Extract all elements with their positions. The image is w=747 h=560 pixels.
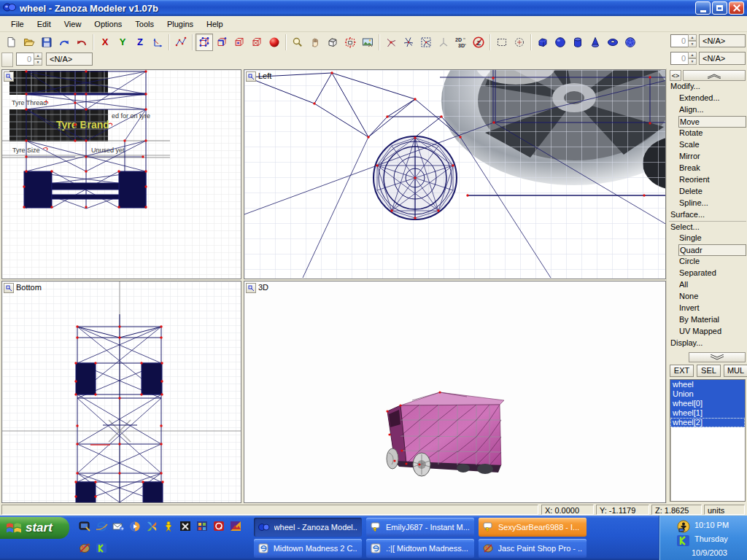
taskbar-button-aim-emily[interactable]: EmilyJ687 - Instant M... <box>366 518 474 537</box>
viewport-3d[interactable]: 3D <box>244 281 666 503</box>
primitive-torus-button[interactable] <box>604 34 622 51</box>
select-circle-button[interactable] <box>511 34 528 51</box>
viewport-menu-button[interactable] <box>246 283 256 293</box>
select-rectangle-button[interactable] <box>493 34 511 51</box>
vertex-weld-button[interactable] <box>382 34 400 51</box>
primitive-cylinder-button[interactable] <box>569 34 587 51</box>
vertex-rays-button[interactable] <box>400 34 417 51</box>
spin-arrows[interactable]: ▲▼ <box>688 52 697 65</box>
sidebar-item-scale[interactable]: Scale <box>669 139 746 151</box>
select-object-button[interactable] <box>341 34 359 51</box>
open-button[interactable] <box>20 34 38 51</box>
z-lock-button[interactable]: Z <box>470 34 487 51</box>
minimize-button[interactable] <box>695 1 711 15</box>
collapse-up-button[interactable] <box>683 70 746 81</box>
sidebar-item-single[interactable]: Single <box>669 233 746 244</box>
edit-objects-button[interactable] <box>248 34 266 51</box>
menu-file[interactable]: File <box>4 18 31 31</box>
2d-3d-toggle-button[interactable]: 2D3D <box>452 34 470 51</box>
taskbar-button-paintshoppro[interactable]: Jasc Paint Shop Pro - ... <box>479 539 587 558</box>
sidebar-item-rotate[interactable]: Rotate <box>669 128 746 139</box>
perspective-view-button[interactable] <box>324 34 341 51</box>
menu-help[interactable]: Help <box>200 18 230 31</box>
windows-media-player-icon[interactable] <box>128 519 142 534</box>
background-image-button[interactable] <box>359 34 376 51</box>
primitive-cone-button[interactable] <box>587 34 604 51</box>
sidebar-item-invert[interactable]: Invert <box>669 303 746 314</box>
toolbar-grip[interactable] <box>1 52 13 67</box>
mul-button[interactable]: MUL <box>724 365 747 377</box>
new-button[interactable] <box>3 34 20 51</box>
axis-z-button[interactable]: Z <box>131 34 149 51</box>
taskbar-button-midtown2[interactable]: Midtown Madness 2 C... <box>254 539 362 558</box>
sidebar-item-mirror[interactable]: Mirror <box>669 151 746 163</box>
sidebar-item-quadr[interactable]: Quadr <box>678 244 746 256</box>
sidebar-item-display[interactable]: Display... <box>669 338 746 349</box>
show-desktop-icon[interactable] <box>77 519 92 534</box>
primitive-geosphere-button[interactable] <box>622 34 639 51</box>
redo-button[interactable] <box>55 34 73 51</box>
start-button[interactable]: start <box>0 517 69 539</box>
sidebar-item-all[interactable]: All <box>669 279 746 291</box>
close-button[interactable] <box>729 1 744 15</box>
taskbar-button-aim-sexysarbear[interactable]: SexySarBear6988 - I... <box>479 518 587 537</box>
sidebar-item-align[interactable]: Align... <box>669 104 746 116</box>
menu-tools[interactable]: Tools <box>128 18 160 31</box>
sidebar-item-spline[interactable]: Spline... <box>669 198 746 209</box>
tray-aim-icon[interactable] <box>677 520 690 534</box>
sidebar-item-separated[interactable]: Separated <box>669 268 746 279</box>
spin-arrows[interactable]: ▲▼ <box>688 34 697 47</box>
sel-button[interactable]: SEL <box>697 365 721 377</box>
vertex-detach-button[interactable] <box>417 34 435 51</box>
panel-toggle-button[interactable]: <> <box>670 70 681 81</box>
collapse-down-button[interactable] <box>689 352 746 362</box>
menu-view[interactable]: View <box>58 18 88 31</box>
msn-messenger-icon[interactable] <box>144 519 159 534</box>
viewport-menu-button[interactable] <box>246 71 256 82</box>
object-list[interactable]: wheel Union wheel[0] wheel[1] wheel[2] <box>670 379 746 502</box>
game-shortcut-icon[interactable] <box>228 519 243 534</box>
object-list-item[interactable]: wheel[2] <box>670 418 745 427</box>
create-spline-button[interactable] <box>172 34 190 51</box>
sidebar-item-select[interactable]: Select... <box>669 221 746 233</box>
sidebar-item-delete[interactable]: Delete <box>669 186 746 198</box>
undo-button[interactable] <box>73 34 90 51</box>
sidebar-item-circle[interactable]: Circle <box>669 256 746 268</box>
sidebar-item-reorient[interactable]: Reorient <box>669 174 746 186</box>
object-list-item[interactable]: wheel[1] <box>670 408 745 418</box>
object-list-item[interactable]: Union <box>670 389 745 399</box>
edit-edges-button[interactable] <box>213 34 231 51</box>
object-list-item[interactable]: wheel[0] <box>670 399 745 408</box>
sidebar-item-uv-mapped[interactable]: UV Mapped <box>669 326 746 338</box>
menu-plugins[interactable]: Plugins <box>160 18 200 31</box>
directx-icon[interactable] <box>178 519 193 534</box>
save-button[interactable] <box>38 34 55 51</box>
paint-shop-pro-icon[interactable] <box>77 541 92 556</box>
spin-value-right-bottom[interactable]: 0 <box>670 52 688 65</box>
axis-tripod-button[interactable] <box>435 34 452 51</box>
sidebar-item-move[interactable]: Move <box>678 116 746 128</box>
menu-options[interactable]: Options <box>88 18 128 31</box>
viewport-bottom[interactable]: Bottom <box>1 281 241 503</box>
taskbar-button-midtown[interactable]: .:|[ Midtown Madness... <box>366 539 474 558</box>
object-list-item[interactable]: wheel <box>670 380 745 389</box>
taskbar-button-zmodeler[interactable]: wheel - Zanoza Model... <box>254 518 362 537</box>
axis-x-button[interactable]: X <box>96 34 114 51</box>
primitive-cube-button[interactable] <box>534 34 551 51</box>
zoom-button[interactable] <box>289 34 306 51</box>
kazaa-icon[interactable] <box>94 541 109 556</box>
program-grid-icon[interactable] <box>195 519 209 534</box>
sidebar-item-by-material[interactable]: By Material <box>669 314 746 326</box>
outlook-express-icon[interactable] <box>111 519 125 534</box>
viewport-menu-button[interactable] <box>4 283 14 293</box>
icq-icon[interactable] <box>212 519 226 534</box>
spin-arrows[interactable]: ▲▼ <box>34 52 42 66</box>
aim-icon[interactable] <box>161 519 176 534</box>
titlebar[interactable]: wheel - Zanoza Modeler v1.07b <box>0 0 747 16</box>
sidebar-item-none[interactable]: None <box>669 291 746 303</box>
axis-custom-button[interactable] <box>149 34 166 51</box>
pan-button[interactable] <box>306 34 324 51</box>
material-dropdown-right-bottom[interactable]: <N/A> <box>699 52 746 65</box>
tray-kazaa-icon[interactable] <box>677 535 690 548</box>
material-dropdown-right-top[interactable]: <N/A> <box>699 34 746 47</box>
